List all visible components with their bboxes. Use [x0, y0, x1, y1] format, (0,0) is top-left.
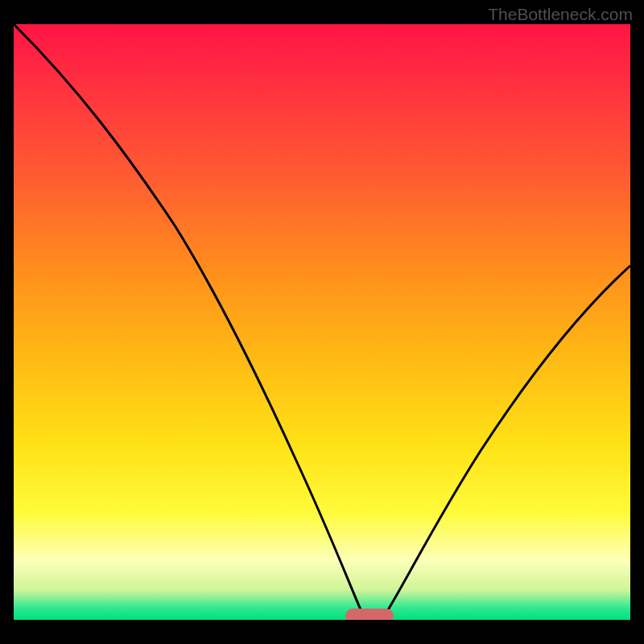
chart-canvas: TheBottleneck.com	[0, 0, 644, 644]
watermark-text: TheBottleneck.com	[488, 5, 633, 24]
curve-path	[14, 24, 630, 620]
bottleneck-curve	[14, 24, 630, 620]
plot-area	[14, 24, 630, 620]
optimal-point-marker	[345, 609, 394, 620]
